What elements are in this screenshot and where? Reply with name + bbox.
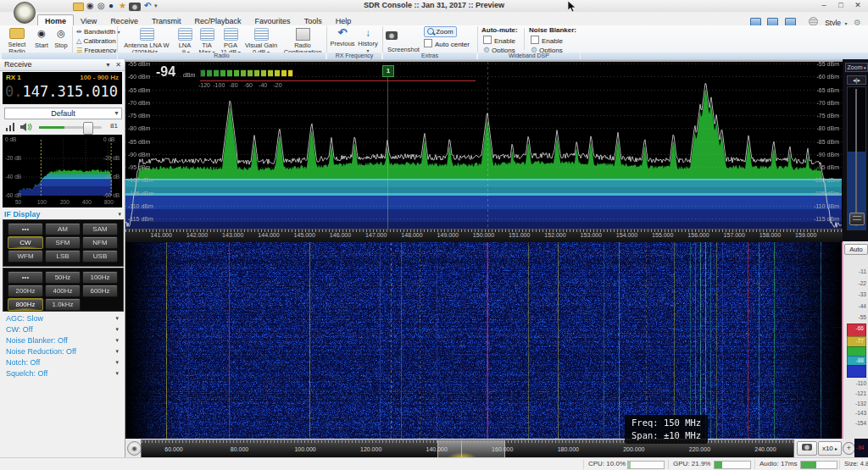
size-status: Size: 4.8 GB — [844, 458, 868, 470]
app-menu-knob-icon[interactable] — [14, 2, 36, 24]
peak-readout-box: -94 — [854, 439, 868, 457]
filter-button-[interactable]: ••• — [8, 271, 43, 284]
select-radio-button[interactable]: Select Radio — [3, 28, 31, 55]
start-button[interactable]: ◉ Start — [32, 28, 51, 49]
filter-button-100hz[interactable]: 100Hz — [82, 271, 118, 284]
antenna-icon — [140, 28, 154, 41]
filter-button-50hz[interactable]: 50Hz — [45, 271, 81, 284]
panel-collapse-icon[interactable]: ▼ — [105, 59, 111, 70]
volume-slider-fill — [39, 126, 64, 129]
waterfall-scale-block — [847, 365, 866, 378]
dsp-link-agc[interactable]: AGC: Slow▾ — [0, 313, 125, 323]
stop-icon[interactable]: ◎ — [97, 1, 105, 10]
span-adjust-button[interactable]: ◂|▸ — [847, 75, 866, 85]
zoom-slider[interactable] — [847, 86, 866, 230]
audio-bar — [800, 461, 837, 469]
db-label-right: -60 dBm — [800, 74, 839, 80]
previous-frequency-button[interactable]: ↶ Previous — [330, 28, 355, 47]
select-radio-icon — [9, 28, 25, 39]
minimize-button[interactable]: – — [817, 1, 831, 10]
bandwidth-button[interactable]: ⇹ Bandwidth ▾ — [76, 28, 120, 36]
screenshot-icon — [386, 31, 398, 40]
filter-button-200hz[interactable]: 200Hz — [8, 285, 43, 297]
if-display-link[interactable]: IF Display ▾ — [0, 209, 125, 219]
freq-axis-label: 143.000 — [220, 232, 247, 238]
automute-enable-checkbox[interactable]: Enable — [483, 36, 515, 46]
waterfall-auto-button[interactable]: Auto — [844, 244, 868, 255]
volume-slider-track[interactable] — [39, 126, 102, 129]
filter-button-800hz[interactable]: 800Hz — [8, 298, 43, 311]
calibration-button[interactable]: △ Calibration — [76, 37, 116, 46]
navigator-snapshot-button[interactable] — [797, 441, 817, 456]
close-button[interactable]: ✕ — [851, 1, 865, 10]
info-icon[interactable]: ● — [108, 1, 114, 10]
mode-button-cw[interactable]: CW — [8, 236, 43, 249]
waterfall-scale-tick: -33 — [846, 291, 866, 297]
maximize-button[interactable]: □ — [834, 1, 848, 10]
navigator-tick-label: 120.000 — [358, 446, 385, 452]
qat-more-icon[interactable]: ▾ — [154, 1, 158, 10]
volume-slider-handle[interactable] — [83, 122, 93, 135]
camera-icon[interactable] — [129, 3, 141, 11]
frequency-display[interactable]: RX 1 100 - 900 Hz 0.147.315.010 — [3, 72, 122, 104]
mode-button-sfm[interactable]: SFM — [45, 236, 81, 249]
stop-label: Stop — [52, 42, 70, 49]
open-folder-icon[interactable] — [73, 3, 84, 11]
start-icon[interactable]: ◉ — [86, 1, 94, 10]
navigator-x10-button[interactable]: x10 ▸ — [818, 441, 842, 456]
db-label-left: -115 dBm — [128, 216, 153, 222]
waterfall-scale-tick: -22 — [846, 280, 866, 286]
mode-button-sam[interactable]: SAM — [82, 223, 118, 235]
db-label-left: -55 dBm — [128, 61, 150, 67]
filter-button-400hz[interactable]: 400Hz — [45, 285, 81, 297]
zoom-mode-dropdown[interactable]: Zoom ▾ — [845, 63, 868, 72]
meter-tick-label: -60 — [241, 82, 256, 88]
freq-axis-label: 155.000 — [649, 232, 676, 238]
speaker-icon[interactable] — [20, 122, 32, 132]
zoom-toggle[interactable]: Zoom — [424, 26, 457, 37]
auto-center-checkbox-box — [424, 39, 432, 47]
db-label-right: -115 dBm — [800, 216, 839, 222]
mode-button-am[interactable]: AM — [45, 223, 81, 235]
favourite-icon[interactable]: ★ — [119, 1, 126, 10]
stop-icon: ◎ — [52, 28, 70, 39]
filter-button-600hz[interactable]: 600Hz — [82, 285, 118, 297]
waterfall-scale-tick: -110 — [846, 380, 866, 386]
db-label-right: -80 dBm — [800, 125, 839, 131]
undo-icon[interactable]: ↶ — [144, 1, 151, 10]
waterfall-canvas[interactable] — [125, 242, 843, 439]
frequency-history-button[interactable]: ↓ History▾ — [356, 28, 380, 54]
panel-close-icon[interactable]: ✕ — [115, 59, 121, 70]
navigator-tick-label: 240.000 — [752, 446, 779, 452]
rx-frequency-group-label: RX Frequency — [327, 53, 381, 59]
dsp-link-noise-reduction[interactable]: Noise Reduction: Off▾ — [0, 346, 125, 357]
navigator-add-button[interactable]: + — [843, 442, 855, 455]
rx1-marker-badge[interactable]: 1 — [382, 65, 394, 77]
dsp-link-noise-blanker[interactable]: Noise Blanker: Off▾ — [0, 335, 125, 346]
mode-button-lsb[interactable]: LSB — [45, 250, 81, 263]
profile-dropdown[interactable]: Default ▼ — [4, 108, 122, 119]
dsp-link-cw[interactable]: CW: Off▾ — [0, 324, 125, 335]
db-label-right: -100 dBm — [800, 177, 839, 183]
audio-x-label: 400 — [82, 199, 92, 205]
mode-button-wfm[interactable]: WFM — [8, 250, 43, 263]
filter-button-10khz[interactable]: 1.0kHz — [45, 298, 81, 311]
meter-mode-icon[interactable] — [6, 123, 16, 131]
dsp-link-squelch[interactable]: Squelch: Off▾ — [0, 368, 125, 379]
noise-blanker-enable-checkbox[interactable]: Enable — [531, 36, 563, 46]
stop-button[interactable]: ◎ Stop — [52, 28, 70, 49]
mode-button-usb[interactable]: USB — [82, 250, 118, 263]
db-label-left: -65 dBm — [128, 87, 150, 93]
mouse-cursor — [568, 1, 576, 13]
navigator-left-button[interactable]: ◉ — [127, 441, 142, 456]
waterfall-scale-tick: -121 — [846, 390, 866, 396]
mode-button-nfm[interactable]: NFM — [82, 236, 118, 249]
zoom-slider-handle[interactable] — [849, 213, 865, 225]
auto-center-checkbox[interactable]: Auto center — [424, 39, 470, 49]
volume-value: 81 — [110, 122, 118, 130]
mode-button-[interactable]: ••• — [8, 223, 43, 235]
dsp-link-notch[interactable]: Notch: Off▾ — [0, 357, 125, 368]
screenshot-button[interactable]: Screenshot — [386, 28, 421, 53]
freq-axis-label: 157.000 — [721, 232, 748, 238]
tab-home[interactable]: Home — [37, 14, 74, 26]
